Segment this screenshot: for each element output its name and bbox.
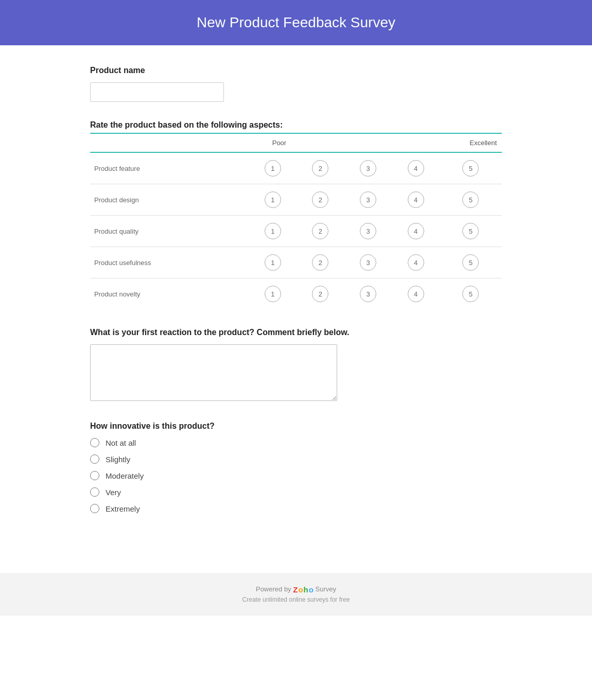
- col-excellent: Excellent: [440, 133, 502, 152]
- rating-cell[interactable]: 2: [297, 278, 344, 310]
- rating-circle-1[interactable]: 1: [265, 160, 281, 177]
- list-item[interactable]: Slightly: [90, 454, 502, 464]
- rating-cell[interactable]: 4: [392, 247, 440, 278]
- innovative-option-label: Very: [106, 488, 121, 497]
- rating-circle-1[interactable]: 1: [265, 191, 281, 208]
- rating-circle-4[interactable]: 4: [408, 223, 424, 239]
- col-empty-2: [297, 133, 344, 152]
- rating-cell[interactable]: 1: [249, 278, 297, 310]
- innovative-radio-4[interactable]: [90, 504, 99, 513]
- rating-row-label: Product feature: [90, 152, 249, 184]
- rating-circle-5[interactable]: 5: [462, 223, 479, 239]
- rating-row: Product novelty12345: [90, 278, 502, 310]
- rating-circle-2[interactable]: 2: [312, 254, 328, 271]
- rating-row-label: Product design: [90, 184, 249, 216]
- innovative-radio-3[interactable]: [90, 487, 99, 497]
- footer: Powered by Zoho Survey Create unlimited …: [0, 573, 592, 616]
- rating-cell[interactable]: 1: [249, 152, 297, 184]
- rating-section: Rate the product based on the following …: [90, 120, 502, 309]
- rating-cell[interactable]: 3: [344, 184, 392, 216]
- rating-cell[interactable]: 5: [440, 278, 502, 310]
- innovative-label: How innovative is this product?: [90, 422, 502, 431]
- rating-circle-4[interactable]: 4: [408, 160, 424, 177]
- innovative-section: How innovative is this product? Not at a…: [90, 422, 502, 513]
- rating-cell[interactable]: 4: [392, 184, 440, 216]
- rating-circle-3[interactable]: 3: [360, 286, 376, 302]
- list-item[interactable]: Moderately: [90, 471, 502, 480]
- rating-circle-2[interactable]: 2: [312, 191, 328, 208]
- col-poor: Poor: [249, 133, 297, 152]
- rating-cell[interactable]: 3: [344, 152, 392, 184]
- rating-row: Product design12345: [90, 184, 502, 216]
- rating-circle-1[interactable]: 1: [265, 286, 281, 302]
- rating-cell[interactable]: 3: [344, 278, 392, 310]
- footer-sub: Create unlimited online surveys for free: [12, 596, 580, 603]
- list-item[interactable]: Extremely: [90, 504, 502, 513]
- rating-row: Product quality12345: [90, 216, 502, 247]
- rating-cell[interactable]: 4: [392, 278, 440, 310]
- zoho-z: Z: [293, 585, 298, 594]
- rating-row-label: Product quality: [90, 216, 249, 247]
- rating-circle-3[interactable]: 3: [360, 223, 376, 239]
- product-name-label: Product name: [90, 66, 502, 75]
- rating-row: Product feature12345: [90, 152, 502, 184]
- first-reaction-section: What is your first reaction to the produ…: [90, 328, 502, 403]
- rating-cell[interactable]: 2: [297, 184, 344, 216]
- zoho-o1: o: [298, 585, 303, 594]
- rating-row-label: Product usefulness: [90, 247, 249, 278]
- footer-powered: Powered by Zoho Survey: [12, 585, 580, 594]
- rating-circle-5[interactable]: 5: [462, 286, 479, 302]
- rating-circle-4[interactable]: 4: [408, 286, 424, 302]
- innovative-option-label: Not at all: [106, 439, 136, 447]
- rating-cell[interactable]: 5: [440, 216, 502, 247]
- rating-circle-1[interactable]: 1: [265, 254, 281, 271]
- innovative-option-label: Moderately: [106, 471, 144, 480]
- product-name-input[interactable]: [90, 82, 224, 102]
- rating-circle-3[interactable]: 3: [360, 254, 376, 271]
- rating-cell[interactable]: 1: [249, 247, 297, 278]
- innovative-option-label: Slightly: [106, 455, 130, 464]
- zoho-h: h: [304, 585, 308, 594]
- rating-circle-4[interactable]: 4: [408, 254, 424, 271]
- rating-cell[interactable]: 4: [392, 152, 440, 184]
- innovative-radio-0[interactable]: [90, 438, 99, 447]
- rating-cell[interactable]: 5: [440, 247, 502, 278]
- rating-cell[interactable]: 1: [249, 216, 297, 247]
- list-item[interactable]: Very: [90, 487, 502, 497]
- product-name-section: Product name: [90, 66, 502, 102]
- first-reaction-input[interactable]: [90, 344, 337, 401]
- rating-circle-1[interactable]: 1: [265, 223, 281, 239]
- page-header: New Product Feedback Survey: [0, 0, 592, 45]
- rating-table: Poor Excellent Product feature12345Produ…: [90, 133, 502, 309]
- rating-row: Product usefulness12345: [90, 247, 502, 278]
- rating-circle-2[interactable]: 2: [312, 286, 328, 302]
- col-empty-4: [392, 133, 440, 152]
- rating-circle-2[interactable]: 2: [312, 160, 328, 177]
- rating-circle-3[interactable]: 3: [360, 191, 376, 208]
- col-empty-3: [344, 133, 392, 152]
- rating-cell[interactable]: 2: [297, 247, 344, 278]
- rating-cell[interactable]: 1: [249, 184, 297, 216]
- rating-circle-3[interactable]: 3: [360, 160, 376, 177]
- rating-cell[interactable]: 3: [344, 247, 392, 278]
- rating-circle-5[interactable]: 5: [462, 254, 479, 271]
- innovative-radio-1[interactable]: [90, 454, 99, 464]
- rating-circle-2[interactable]: 2: [312, 223, 328, 239]
- rating-cell[interactable]: 5: [440, 152, 502, 184]
- page-title: New Product Feedback Survey: [10, 14, 582, 31]
- zoho-o2: o: [309, 585, 314, 594]
- innovative-option-label: Extremely: [106, 504, 140, 513]
- rating-circle-5[interactable]: 5: [462, 160, 479, 177]
- rating-cell[interactable]: 4: [392, 216, 440, 247]
- rating-circle-4[interactable]: 4: [408, 191, 424, 208]
- list-item[interactable]: Not at all: [90, 438, 502, 447]
- rating-circle-5[interactable]: 5: [462, 191, 479, 208]
- col-label-empty: [90, 133, 249, 152]
- rating-cell[interactable]: 2: [297, 152, 344, 184]
- innovative-radio-2[interactable]: [90, 471, 99, 480]
- rating-cell[interactable]: 3: [344, 216, 392, 247]
- powered-by-prefix: Powered by: [256, 585, 291, 593]
- rating-cell[interactable]: 2: [297, 216, 344, 247]
- rating-row-label: Product novelty: [90, 278, 249, 310]
- rating-cell[interactable]: 5: [440, 184, 502, 216]
